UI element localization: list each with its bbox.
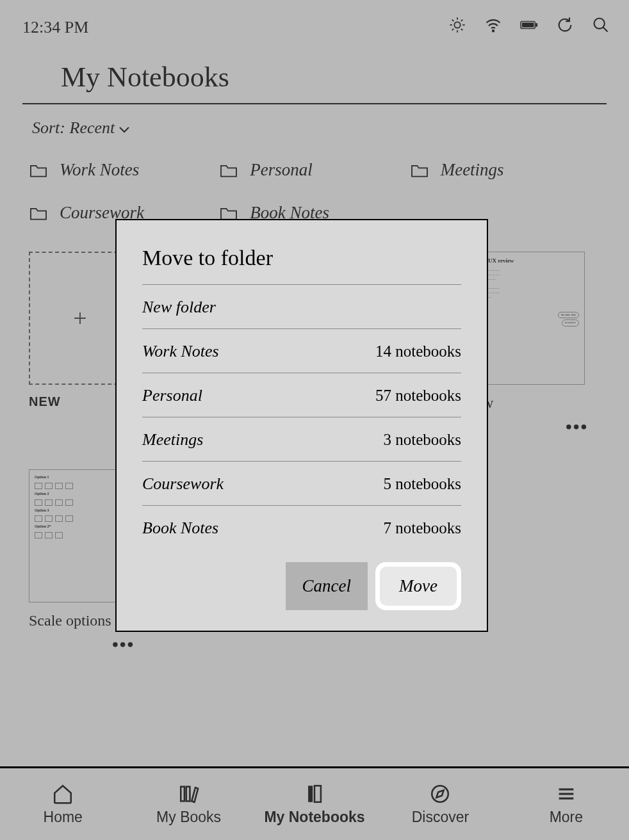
svg-line-7 (452, 29, 453, 30)
svg-line-14 (603, 28, 608, 32)
tab-mynotebooks[interactable]: My Notebooks (252, 768, 377, 840)
modal-item-count: 57 notebooks (375, 387, 461, 405)
tab-label: Home (44, 809, 83, 826)
thumb-pill: do take this (558, 312, 579, 319)
svg-rect-18 (314, 786, 321, 802)
svg-rect-11 (522, 22, 534, 27)
sort-selector[interactable]: Sort: Recent (0, 104, 629, 147)
tab-bar: Home My Books My Notebooks Discover More (0, 766, 629, 840)
status-bar: 12:34 PM (0, 0, 629, 48)
modal-buttons: Cancel Move (142, 562, 461, 610)
folder-icon (29, 163, 48, 178)
notebook-card-uxreview[interactable]: UX review — — —— — —— —— — —— — —— do ta… (482, 252, 600, 437)
notebook-label: w (482, 394, 600, 412)
modal-new-folder[interactable]: New folder (142, 285, 461, 329)
folder-icon (410, 163, 429, 178)
notebook-menu-button[interactable]: ••• (29, 634, 185, 655)
tab-mybooks[interactable]: My Books (126, 768, 251, 840)
folder-meetings[interactable]: Meetings (410, 160, 600, 180)
modal-folder-meetings[interactable]: Meetings 3 notebooks (142, 417, 461, 462)
tab-home[interactable]: Home (0, 768, 126, 840)
folder-icon (29, 206, 48, 221)
tab-more[interactable]: More (503, 768, 629, 840)
tab-discover[interactable]: Discover (377, 768, 503, 840)
svg-rect-12 (535, 23, 537, 27)
folder-label: Meetings (441, 160, 504, 180)
modal-item-count: 3 notebooks (383, 431, 461, 449)
chevron-down-icon (118, 118, 130, 138)
folder-icon (219, 163, 238, 178)
modal-title: Move to folder (142, 246, 461, 285)
tab-label: More (550, 809, 583, 826)
svg-rect-17 (308, 786, 313, 802)
modal-item-label: Coursework (142, 474, 224, 494)
modal-item-label: Personal (142, 386, 202, 405)
brightness-icon[interactable] (448, 16, 466, 38)
books-icon (178, 783, 200, 805)
compass-icon (429, 783, 451, 805)
modal-item-label: Meetings (142, 430, 203, 449)
move-to-folder-modal: Move to folder New folder Work Notes 14 … (115, 219, 488, 632)
move-button-highlight: Move (375, 562, 461, 610)
sort-label: Sort: Recent (32, 118, 115, 138)
home-icon (52, 783, 74, 805)
folder-work-notes[interactable]: Work Notes (29, 160, 219, 180)
notebook-icon (304, 783, 325, 805)
svg-point-9 (493, 30, 494, 31)
svg-line-8 (461, 20, 462, 21)
modal-folder-coursework[interactable]: Coursework 5 notebooks (142, 462, 461, 506)
sync-icon[interactable] (556, 16, 574, 38)
modal-item-label: Work Notes (142, 342, 219, 361)
svg-point-0 (454, 22, 460, 28)
modal-item-label: Book Notes (142, 519, 218, 538)
tab-label: Discover (412, 809, 469, 826)
modal-folder-list: New folder Work Notes 14 notebooks Perso… (142, 285, 461, 549)
svg-line-5 (452, 20, 453, 21)
notebook-menu-button[interactable]: ••• (482, 417, 600, 437)
svg-point-13 (594, 19, 605, 29)
folder-label: Work Notes (60, 160, 139, 180)
menu-icon (555, 783, 577, 805)
modal-folder-personal[interactable]: Personal 57 notebooks (142, 373, 461, 417)
svg-marker-20 (437, 790, 444, 797)
modal-item-label: New folder (142, 298, 216, 317)
search-icon[interactable] (592, 16, 610, 38)
modal-item-count: 7 notebooks (383, 519, 461, 537)
status-icons (448, 16, 610, 38)
svg-rect-15 (181, 786, 184, 801)
modal-item-count: 5 notebooks (383, 475, 461, 493)
battery-icon[interactable] (520, 16, 538, 38)
cancel-button[interactable]: Cancel (286, 562, 368, 610)
notebook-thumb[interactable]: UX review — — —— — —— —— — —— — —— do ta… (482, 252, 585, 385)
svg-point-19 (432, 786, 449, 802)
folder-personal[interactable]: Personal (219, 160, 409, 180)
wifi-icon[interactable] (484, 16, 502, 38)
folder-icon (219, 206, 238, 221)
svg-rect-16 (186, 786, 190, 801)
modal-folder-work-notes[interactable]: Work Notes 14 notebooks (142, 329, 461, 373)
status-time: 12:34 PM (22, 18, 88, 37)
folders-grid: Work Notes Personal Meetings Coursework … (0, 147, 629, 226)
page-title: My Notebooks (61, 61, 568, 93)
thumb-title: UX review (488, 257, 579, 265)
modal-item-count: 14 notebooks (375, 343, 461, 360)
tab-label: My Notebooks (264, 809, 364, 826)
move-button[interactable]: Move (380, 567, 457, 606)
thumb-pill: to arrive (562, 319, 579, 327)
modal-folder-book-notes[interactable]: Book Notes 7 notebooks (142, 506, 461, 549)
header: My Notebooks (22, 48, 607, 104)
folder-label: Personal (250, 160, 313, 180)
svg-line-6 (461, 29, 462, 30)
tab-label: My Books (156, 809, 221, 826)
plus-icon: + (73, 304, 86, 332)
